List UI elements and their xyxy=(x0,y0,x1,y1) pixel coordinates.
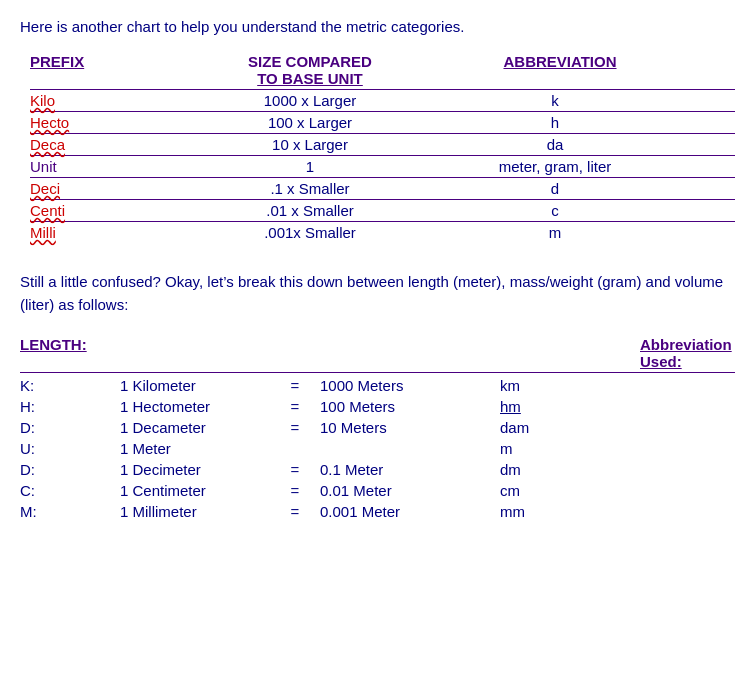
chart-row: Unit1meter, gram, liter xyxy=(30,155,735,177)
length-name-cell: 1 Decameter xyxy=(120,419,270,436)
length-prefix-cell: U: xyxy=(20,440,120,457)
length-row: D:1 Decimeter=0.1 Meterdm xyxy=(20,459,735,480)
length-equals-cell: = xyxy=(270,461,320,478)
length-row: U:1 Meterm xyxy=(20,438,735,459)
prefix-cell: Deci xyxy=(30,180,190,197)
length-rows: K:1 Kilometer=1000 MeterskmH:1 Hectomete… xyxy=(20,375,735,522)
length-equals-cell: = xyxy=(270,482,320,499)
length-section: LENGTH: Abbreviation Used: K:1 Kilometer… xyxy=(20,336,735,522)
length-prefix-cell: M: xyxy=(20,503,120,520)
length-name-cell: 1 Decimeter xyxy=(120,461,270,478)
length-name-cell: 1 Meter xyxy=(120,440,270,457)
length-prefix-cell: D: xyxy=(20,461,120,478)
chart-header-row: PREFIX SIZE COMPARED TO BASE UNIT ABBREV… xyxy=(30,53,735,87)
length-value-cell: 0.01 Meter xyxy=(320,482,480,499)
length-name-cell: 1 Hectometer xyxy=(120,398,270,415)
chart-row: Hecto100 x Largerh xyxy=(30,111,735,133)
abbrev-cell: m xyxy=(430,224,690,241)
length-equals-cell: = xyxy=(270,377,320,394)
chart-row: Deca10 x Largerda xyxy=(30,133,735,155)
abbrev-cell: k xyxy=(430,92,690,109)
length-value-cell: 100 Meters xyxy=(320,398,480,415)
abbrev-cell: d xyxy=(430,180,690,197)
length-equals-cell xyxy=(270,440,320,457)
abbrev-cell: h xyxy=(430,114,690,131)
size-cell: 100 x Larger xyxy=(190,114,430,131)
length-equals-cell: = xyxy=(270,503,320,520)
length-prefix-cell: C: xyxy=(20,482,120,499)
length-abbrev-cell: mm xyxy=(480,503,600,520)
prefix-cell: Deca xyxy=(30,136,190,153)
length-abbrev-cell: km xyxy=(480,377,600,394)
chart-row: Centi.01 x Smallerc xyxy=(30,199,735,221)
length-row: M:1 Millimeter=0.001 Metermm xyxy=(20,501,735,522)
size-header: SIZE COMPARED TO BASE UNIT xyxy=(190,53,430,87)
intro-text: Here is another chart to help you unders… xyxy=(20,18,735,35)
length-value-cell: 1000 Meters xyxy=(320,377,480,394)
abbrev-cell: meter, gram, liter xyxy=(430,158,690,175)
length-value-cell: 0.001 Meter xyxy=(320,503,480,520)
chart-row: Deci.1 x Smallerd xyxy=(30,177,735,199)
length-name-cell: 1 Millimeter xyxy=(120,503,270,520)
length-prefix-cell: H: xyxy=(20,398,120,415)
length-title: LENGTH: xyxy=(20,336,300,370)
abbrev-used-title: Abbreviation Used: xyxy=(640,336,755,370)
size-cell: .01 x Smaller xyxy=(190,202,430,219)
length-row: H:1 Hectometer=100 Metershm xyxy=(20,396,735,417)
prefix-cell: Hecto xyxy=(30,114,190,131)
length-name-cell: 1 Centimeter xyxy=(120,482,270,499)
length-equals-cell: = xyxy=(270,419,320,436)
abbrev-cell: c xyxy=(430,202,690,219)
size-cell: .1 x Smaller xyxy=(190,180,430,197)
prefix-header: PREFIX xyxy=(30,53,190,87)
prefix-cell: Centi xyxy=(30,202,190,219)
length-row: C:1 Centimeter=0.01 Metercm xyxy=(20,480,735,501)
prefix-cell: Kilo xyxy=(30,92,190,109)
size-header-line2: TO BASE UNIT xyxy=(190,70,430,87)
length-abbrev-cell: dm xyxy=(480,461,600,478)
length-prefix-cell: D: xyxy=(20,419,120,436)
abbrev-cell: da xyxy=(430,136,690,153)
prefix-cell: Milli xyxy=(30,224,190,241)
length-abbrev-cell: dam xyxy=(480,419,600,436)
prefix-cell: Unit xyxy=(30,158,190,175)
length-prefix-cell: K: xyxy=(20,377,120,394)
length-header-row: LENGTH: Abbreviation Used: xyxy=(20,336,735,373)
length-value-cell: 0.1 Meter xyxy=(320,461,480,478)
size-cell: 1000 x Larger xyxy=(190,92,430,109)
length-row: K:1 Kilometer=1000 Meterskm xyxy=(20,375,735,396)
length-value-cell xyxy=(320,440,480,457)
length-value-cell: 10 Meters xyxy=(320,419,480,436)
abbreviation-header: ABBREVIATION xyxy=(430,53,690,87)
length-abbrev-cell: m xyxy=(480,440,600,457)
length-abbrev-cell: hm xyxy=(480,398,600,415)
middle-text: Still a little confused? Okay, let’s bre… xyxy=(20,271,735,316)
chart-rows: Kilo1000 x LargerkHecto100 x LargerhDeca… xyxy=(30,89,735,243)
size-cell: 1 xyxy=(190,158,430,175)
chart-row: Milli.001x Smallerm xyxy=(30,221,735,243)
size-cell: 10 x Larger xyxy=(190,136,430,153)
length-equals-cell: = xyxy=(270,398,320,415)
length-row: D:1 Decameter=10 Metersdam xyxy=(20,417,735,438)
length-abbrev-cell: cm xyxy=(480,482,600,499)
metric-chart: PREFIX SIZE COMPARED TO BASE UNIT ABBREV… xyxy=(30,53,735,243)
size-header-line1: SIZE COMPARED xyxy=(190,53,430,70)
chart-row: Kilo1000 x Largerk xyxy=(30,89,735,111)
size-cell: .001x Smaller xyxy=(190,224,430,241)
length-name-cell: 1 Kilometer xyxy=(120,377,270,394)
